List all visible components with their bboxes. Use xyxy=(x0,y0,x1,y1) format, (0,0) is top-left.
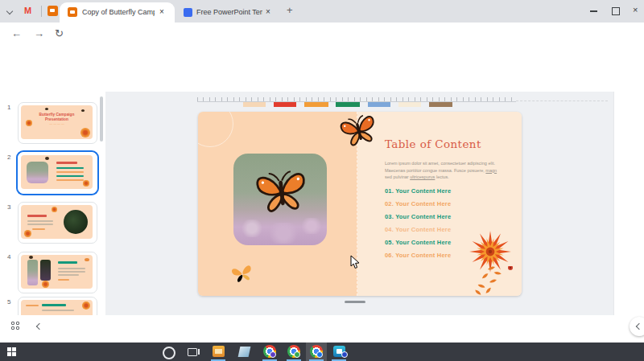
chrome-window-active[interactable] xyxy=(306,343,327,361)
slide-body-text[interactable]: Lorem ipsum dolor sit amet, consectetuer… xyxy=(385,160,499,181)
slide-number: 3 xyxy=(7,203,10,211)
profile-badge xyxy=(270,351,276,358)
cortana-button[interactable] xyxy=(158,343,179,361)
thumb-line xyxy=(58,268,85,269)
body-line-1: Lorem ipsum dolor sit amet, consectetuer… xyxy=(385,161,495,166)
cortana-icon xyxy=(163,347,175,359)
template-site-favicon xyxy=(184,8,192,17)
thumb-line xyxy=(56,167,84,169)
slides-header: Copy of Butterfly Campaign Oreawntation … xyxy=(0,45,644,69)
theme-swatch xyxy=(274,102,296,107)
pinned-app-glass[interactable] xyxy=(233,343,254,361)
tab-active[interactable]: Copy of Butterfly Campaign Or × xyxy=(60,2,175,23)
windows-logo-icon xyxy=(7,347,16,356)
thumb-photo xyxy=(40,260,51,281)
back-icon[interactable]: ← xyxy=(11,27,22,39)
toc-item-2[interactable]: 02. Your Content Here xyxy=(385,200,522,207)
chrome-window-2[interactable] xyxy=(283,343,304,361)
theme-swatch xyxy=(243,102,266,107)
theme-swatch xyxy=(336,102,360,107)
toc-item-1[interactable]: 01. Your Content Here xyxy=(385,187,522,195)
app-badge xyxy=(341,351,348,358)
tab-search-icon[interactable] xyxy=(6,8,13,14)
theme-swatch xyxy=(368,102,390,107)
flower-decor xyxy=(52,207,57,212)
flower-decor xyxy=(83,180,89,187)
window-maximize-icon[interactable] xyxy=(612,7,620,15)
glass-app-icon xyxy=(238,347,251,357)
window-close-icon[interactable]: × xyxy=(633,5,638,14)
thumb-photo-circle xyxy=(64,210,88,234)
butterfly-decor xyxy=(29,256,33,259)
flower-decor xyxy=(26,120,32,126)
orange-app-icon xyxy=(213,346,225,357)
collapse-filmstrip-icon[interactable] xyxy=(36,323,43,330)
thumb-title-bar xyxy=(27,215,47,217)
flower-decor xyxy=(82,302,90,310)
reload-icon[interactable]: ↻ xyxy=(55,27,64,39)
slide-number: 4 xyxy=(7,253,10,260)
slide-number: 1 xyxy=(7,104,10,111)
gmail-pinned-tab[interactable]: M xyxy=(24,6,31,15)
slide-title[interactable]: Table of Content xyxy=(385,137,520,150)
horizontal-ruler xyxy=(197,94,516,102)
butterfly-decor xyxy=(45,157,49,160)
collapse-side-panel-button[interactable] xyxy=(630,317,644,336)
task-view-bar xyxy=(198,349,200,355)
pinned-app-orange[interactable] xyxy=(208,343,229,361)
thumb-photo xyxy=(27,162,48,183)
grid-view-icon[interactable] xyxy=(11,322,20,330)
pinned-slides-tab[interactable] xyxy=(47,6,58,16)
thumb-line xyxy=(58,271,85,273)
slide-thumbnail-3[interactable] xyxy=(18,202,97,244)
mouse-cursor xyxy=(350,255,360,269)
slide-thumbnail-2-selected[interactable] xyxy=(18,152,97,194)
profile-badge xyxy=(316,351,323,358)
tab-close-icon[interactable]: × xyxy=(266,7,270,16)
body-line-3: sed pulvinar xyxy=(385,174,410,179)
forward-icon[interactable]: → xyxy=(34,27,44,39)
chrome-window-1[interactable] xyxy=(259,343,280,361)
tab-close-icon[interactable]: × xyxy=(159,7,164,16)
body-line-3-underlined: ultricespurus xyxy=(410,174,435,179)
thumb-line xyxy=(58,274,79,276)
thumb-line xyxy=(27,224,53,225)
toc-item-3[interactable]: 03. Your Content Here xyxy=(385,213,522,220)
window-minimize-icon[interactable] xyxy=(590,10,597,12)
thumb-line xyxy=(32,228,45,230)
start-button[interactable] xyxy=(0,343,24,361)
flower-decor xyxy=(42,281,49,288)
thumb-line xyxy=(27,220,53,222)
slide-number: 2 xyxy=(7,154,10,161)
slide-filmstrip: 1 Butterfly Campaign Presentation — — — … xyxy=(0,92,106,315)
butterfly-photo[interactable] xyxy=(233,154,327,245)
butterfly-decor xyxy=(81,109,85,112)
thumb-line xyxy=(42,310,74,311)
task-view-button[interactable] xyxy=(182,343,203,361)
tab-separator xyxy=(41,6,42,17)
notes-resize-handle[interactable] xyxy=(345,301,365,303)
notes-bar: Click to add speaker notes xyxy=(0,315,644,343)
pinned-app-teal[interactable] xyxy=(328,343,349,361)
leaves-decor xyxy=(470,266,520,296)
thumb-line xyxy=(56,175,84,177)
slide-thumbnail-4[interactable] xyxy=(18,252,97,293)
theme-swatch xyxy=(398,102,421,107)
body-line-3-end: lectus. xyxy=(435,174,448,179)
slides-toolbar: + ↶ ↷ Fit T + Background Layout Theme Tr… xyxy=(0,69,644,92)
ruler-extension xyxy=(516,101,608,102)
slide-thumbnail-1[interactable]: Butterfly Campaign Presentation — — — — xyxy=(18,102,97,144)
slide-number: 5 xyxy=(7,298,10,306)
new-tab-icon[interactable]: + xyxy=(287,4,293,16)
thumb-photo xyxy=(27,260,38,285)
browser-tab-strip: M Copy of Butterfly Campaign Or × Free P… xyxy=(0,0,644,23)
current-slide[interactable]: Table of Content Lorem ipsum dolor sit a… xyxy=(198,112,522,296)
thumb-line xyxy=(58,279,69,281)
tab-inactive[interactable]: Free PowerPoint Templates and × xyxy=(177,2,282,23)
filmstrip-scrollbar[interactable] xyxy=(100,96,103,142)
task-view-icon xyxy=(188,348,197,356)
windows-taskbar: 29°C Sunny 3:09 PM 11/19/2025 1 xyxy=(0,343,644,361)
thumb-line xyxy=(26,305,39,306)
screen: M Copy of Butterfly Campaign Or × Free P… xyxy=(0,0,644,361)
monarch-butterfly-image xyxy=(252,166,312,221)
